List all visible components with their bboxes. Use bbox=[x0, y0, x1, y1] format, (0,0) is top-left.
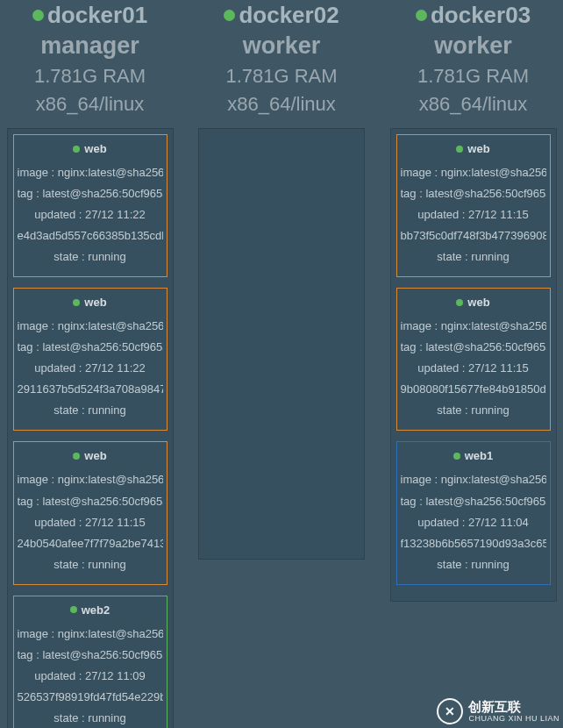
status-dot-icon bbox=[73, 453, 80, 460]
task-id: 9b08080f15677fe84b91850d1 bbox=[401, 379, 546, 400]
task-card[interactable]: web image : nginx:latest@sha256:5 tag : … bbox=[396, 134, 551, 277]
task-tag: tag : latest@sha256:50cf965a6 bbox=[18, 183, 163, 204]
watermark-text-en: CHUANG XIN HU LIAN bbox=[468, 715, 559, 723]
task-tag: tag : latest@sha256:50cf965a6 bbox=[18, 491, 163, 512]
task-image: image : nginx:latest@sha256:5 bbox=[18, 162, 163, 183]
node-role: worker bbox=[224, 32, 339, 60]
task-service-name: web bbox=[467, 142, 489, 155]
status-dot-icon bbox=[456, 299, 463, 306]
task-updated: updated : 27/12 11:22 bbox=[18, 204, 163, 225]
node-column: docker01 manager 1.781G RAM x86_64/linux… bbox=[0, 0, 180, 728]
status-dot-icon bbox=[453, 453, 460, 460]
task-image: image : nginx:latest@sha256:5 bbox=[401, 316, 546, 337]
task-image: image : nginx:latest@sha256:5 bbox=[18, 624, 163, 645]
node-ram: 1.781G RAM bbox=[224, 65, 339, 88]
task-image: image : nginx:latest@sha256:5 bbox=[401, 162, 546, 183]
node-ram: 1.781G RAM bbox=[32, 65, 147, 88]
task-card[interactable]: web image : nginx:latest@sha256:5 tag : … bbox=[13, 288, 167, 431]
task-id: f13238b6b5657190d93a3c650 bbox=[401, 533, 546, 554]
task-id: 526537f98919fd47fd54e229b1 bbox=[18, 687, 163, 708]
watermark: ✕ 创新互联 CHUANG XIN HU LIAN bbox=[437, 698, 559, 724]
task-tag: tag : latest@sha256:50cf965a6 bbox=[401, 491, 546, 512]
task-tag: tag : latest@sha256:50cf965a6 bbox=[18, 645, 163, 666]
task-state: state : running bbox=[18, 400, 163, 421]
task-service-name: web bbox=[84, 296, 106, 309]
node-column: docker02 worker 1.781G RAM x86_64/linux bbox=[192, 0, 372, 728]
task-card[interactable]: web2 image : nginx:latest@sha256:5 tag :… bbox=[13, 596, 167, 728]
task-service-name: web1 bbox=[465, 449, 494, 462]
watermark-logo-icon: ✕ bbox=[437, 698, 463, 724]
task-updated: updated : 27/12 11:15 bbox=[18, 512, 163, 533]
node-role: manager bbox=[32, 32, 147, 60]
node-name: docker01 bbox=[47, 2, 147, 29]
task-tag: tag : latest@sha256:50cf965a6 bbox=[401, 337, 546, 358]
node-header: docker03 worker 1.781G RAM x86_64/linux bbox=[416, 0, 531, 116]
task-tag: tag : latest@sha256:50cf965a6 bbox=[401, 183, 546, 204]
task-image: image : nginx:latest@sha256:5 bbox=[401, 469, 546, 490]
status-dot-icon bbox=[416, 10, 427, 21]
task-updated: updated : 27/12 11:15 bbox=[401, 358, 546, 379]
task-state: state : running bbox=[18, 554, 163, 575]
node-name: docker03 bbox=[431, 2, 531, 29]
node-header: docker01 manager 1.781G RAM x86_64/linux bbox=[32, 0, 147, 116]
task-card[interactable]: web image : nginx:latest@sha256:5 tag : … bbox=[13, 134, 167, 277]
node-header: docker02 worker 1.781G RAM x86_64/linux bbox=[224, 0, 339, 116]
task-id: e4d3ad5d557c66385b135cdbf bbox=[18, 225, 163, 246]
node-arch: x86_64/linux bbox=[416, 93, 531, 116]
node-role: worker bbox=[416, 32, 531, 60]
task-card[interactable]: web1 image : nginx:latest@sha256:5 tag :… bbox=[396, 441, 551, 584]
task-service-name: web bbox=[84, 449, 106, 462]
task-state: state : running bbox=[18, 708, 163, 728]
task-state: state : running bbox=[18, 246, 163, 268]
task-tag: tag : latest@sha256:50cf965a6 bbox=[18, 337, 163, 358]
task-updated: updated : 27/12 11:04 bbox=[401, 512, 546, 533]
status-dot-icon bbox=[73, 146, 80, 153]
watermark-text-cn: 创新互联 bbox=[468, 700, 559, 713]
task-card[interactable]: web image : nginx:latest@sha256:5 tag : … bbox=[396, 288, 551, 431]
status-dot-icon bbox=[32, 10, 44, 21]
status-dot-icon bbox=[456, 146, 463, 153]
node-ram: 1.781G RAM bbox=[416, 65, 531, 88]
task-id: bb73f5c0df748f3b4773969088 bbox=[401, 225, 546, 246]
node-tasks: web image : nginx:latest@sha256:5 tag : … bbox=[7, 128, 174, 728]
task-state: state : running bbox=[401, 554, 546, 575]
task-id: 2911637b5d524f3a708a98475 bbox=[18, 379, 163, 400]
status-dot-icon bbox=[224, 10, 235, 21]
task-image: image : nginx:latest@sha256:5 bbox=[18, 469, 163, 490]
task-service-name: web bbox=[84, 142, 106, 155]
node-tasks bbox=[198, 128, 365, 560]
task-service-name: web2 bbox=[82, 603, 110, 617]
node-name: docker02 bbox=[239, 2, 339, 29]
task-id: 24b0540afee7f7f79a2be74131 bbox=[18, 533, 163, 554]
task-state: state : running bbox=[401, 400, 546, 421]
task-updated: updated : 27/12 11:09 bbox=[18, 666, 163, 687]
task-card[interactable]: web image : nginx:latest@sha256:5 tag : … bbox=[13, 441, 167, 584]
task-image: image : nginx:latest@sha256:5 bbox=[18, 316, 163, 337]
task-updated: updated : 27/12 11:22 bbox=[18, 358, 163, 379]
task-updated: updated : 27/12 11:15 bbox=[401, 204, 546, 225]
swarm-nodes-row: docker01 manager 1.781G RAM x86_64/linux… bbox=[0, 0, 563, 728]
node-arch: x86_64/linux bbox=[32, 93, 147, 116]
task-state: state : running bbox=[401, 246, 546, 268]
task-service-name: web bbox=[467, 296, 489, 309]
status-dot-icon bbox=[73, 299, 80, 306]
status-dot-icon bbox=[70, 606, 77, 613]
node-arch: x86_64/linux bbox=[224, 93, 339, 116]
node-column: docker03 worker 1.781G RAM x86_64/linux … bbox=[383, 0, 563, 728]
node-tasks: web image : nginx:latest@sha256:5 tag : … bbox=[390, 128, 557, 602]
